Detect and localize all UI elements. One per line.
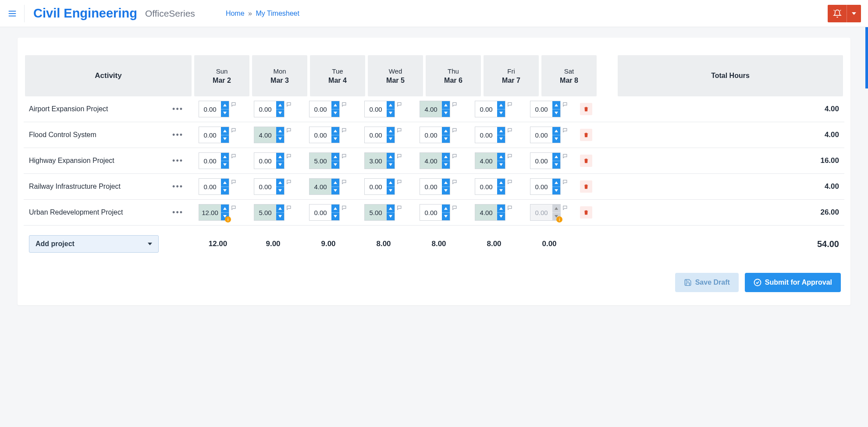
spinner-up[interactable] xyxy=(497,127,505,135)
comment-icon[interactable] xyxy=(507,205,513,211)
spinner-up[interactable] xyxy=(442,101,450,109)
info-badge[interactable]: i xyxy=(225,216,231,222)
comment-icon[interactable] xyxy=(286,153,292,159)
spinner-up[interactable] xyxy=(442,179,450,187)
comment-icon[interactable] xyxy=(286,179,292,185)
hours-input[interactable] xyxy=(309,179,331,194)
hours-input[interactable] xyxy=(199,205,221,220)
spinner-down[interactable] xyxy=(552,187,560,195)
breadcrumb-current[interactable]: My Timesheet xyxy=(256,10,299,17)
comment-icon[interactable] xyxy=(562,102,569,108)
comment-icon[interactable] xyxy=(397,205,403,211)
comment-icon[interactable] xyxy=(286,127,292,134)
spinner-up[interactable] xyxy=(442,153,450,161)
spinner-down[interactable] xyxy=(497,109,505,117)
hours-input[interactable] xyxy=(199,101,221,117)
spinner-down[interactable] xyxy=(552,109,560,117)
comment-icon[interactable] xyxy=(562,127,569,134)
spinner-down[interactable] xyxy=(442,135,450,143)
hours-input[interactable] xyxy=(365,101,387,117)
hours-input[interactable] xyxy=(254,205,276,220)
spinner-up[interactable] xyxy=(331,205,339,213)
comment-icon[interactable] xyxy=(562,153,569,159)
delete-row-button[interactable] xyxy=(580,129,592,141)
hours-input[interactable] xyxy=(530,101,552,117)
spinner-down[interactable] xyxy=(387,135,395,143)
comment-icon[interactable] xyxy=(397,179,403,185)
comment-icon[interactable] xyxy=(342,102,348,108)
spinner-up[interactable] xyxy=(497,101,505,109)
hours-input[interactable] xyxy=(309,127,331,143)
comment-icon[interactable] xyxy=(452,205,458,211)
spinner-down[interactable] xyxy=(331,109,339,117)
hours-input[interactable] xyxy=(530,205,552,220)
comment-icon[interactable] xyxy=(452,102,458,108)
spinner-up[interactable] xyxy=(221,127,229,135)
comment-icon[interactable] xyxy=(452,127,458,134)
comment-icon[interactable] xyxy=(562,205,569,211)
spinner-down[interactable] xyxy=(276,187,284,195)
spinner-down[interactable] xyxy=(552,135,560,143)
spinner-down[interactable] xyxy=(276,213,284,221)
spinner-up[interactable] xyxy=(221,205,229,213)
menu-toggle[interactable] xyxy=(7,5,25,22)
spinner-down[interactable] xyxy=(552,161,560,169)
spinner-down[interactable] xyxy=(387,109,395,117)
spinner-up[interactable] xyxy=(552,179,560,187)
submit-approval-button[interactable]: Submit for Approval xyxy=(745,273,841,292)
row-more-button[interactable]: ••• xyxy=(171,180,185,193)
delete-row-button[interactable] xyxy=(580,206,592,219)
spinner-up[interactable] xyxy=(552,205,560,213)
delete-row-button[interactable] xyxy=(580,155,592,167)
breadcrumb-home[interactable]: Home xyxy=(226,10,245,17)
spinner-down[interactable] xyxy=(442,187,450,195)
comment-icon[interactable] xyxy=(231,179,237,185)
spinner-down[interactable] xyxy=(276,109,284,117)
scrollbar-indicator[interactable] xyxy=(865,27,868,88)
spinner-down[interactable] xyxy=(387,187,395,195)
spinner-up[interactable] xyxy=(221,153,229,161)
hours-input[interactable] xyxy=(420,205,442,220)
spinner-up[interactable] xyxy=(387,179,395,187)
save-draft-button[interactable]: Save Draft xyxy=(675,273,739,292)
hours-input[interactable] xyxy=(309,101,331,117)
spinner-up[interactable] xyxy=(387,205,395,213)
spinner-up[interactable] xyxy=(276,205,284,213)
spinner-down[interactable] xyxy=(497,135,505,143)
delete-row-button[interactable] xyxy=(580,103,592,115)
spinner-down[interactable] xyxy=(276,135,284,143)
spinner-up[interactable] xyxy=(442,205,450,213)
spinner-down[interactable] xyxy=(497,213,505,221)
hours-input[interactable] xyxy=(365,153,387,169)
spinner-up[interactable] xyxy=(276,101,284,109)
comment-icon[interactable] xyxy=(231,102,237,108)
hours-input[interactable] xyxy=(475,179,497,194)
comment-icon[interactable] xyxy=(507,127,513,134)
spinner-up[interactable] xyxy=(497,179,505,187)
hours-input[interactable] xyxy=(254,101,276,117)
hours-input[interactable] xyxy=(365,127,387,143)
comment-icon[interactable] xyxy=(452,153,458,159)
hours-input[interactable] xyxy=(254,179,276,194)
comment-icon[interactable] xyxy=(286,102,292,108)
comment-icon[interactable] xyxy=(231,205,237,211)
hours-input[interactable] xyxy=(420,179,442,194)
spinner-up[interactable] xyxy=(276,179,284,187)
spinner-down[interactable] xyxy=(442,161,450,169)
hours-input[interactable] xyxy=(475,153,497,169)
hours-input[interactable] xyxy=(199,153,221,169)
hours-input[interactable] xyxy=(420,153,442,169)
spinner-down[interactable] xyxy=(221,161,229,169)
spinner-up[interactable] xyxy=(276,127,284,135)
hours-input[interactable] xyxy=(530,179,552,194)
hours-input[interactable] xyxy=(365,205,387,220)
spinner-up[interactable] xyxy=(387,127,395,135)
comment-icon[interactable] xyxy=(562,179,569,185)
spinner-up[interactable] xyxy=(552,153,560,161)
spinner-up[interactable] xyxy=(497,205,505,213)
comment-icon[interactable] xyxy=(397,153,403,159)
comment-icon[interactable] xyxy=(342,153,348,159)
info-badge[interactable]: i xyxy=(556,216,562,222)
add-project-dropdown[interactable]: Add project xyxy=(29,235,159,253)
spinner-down[interactable] xyxy=(497,161,505,169)
